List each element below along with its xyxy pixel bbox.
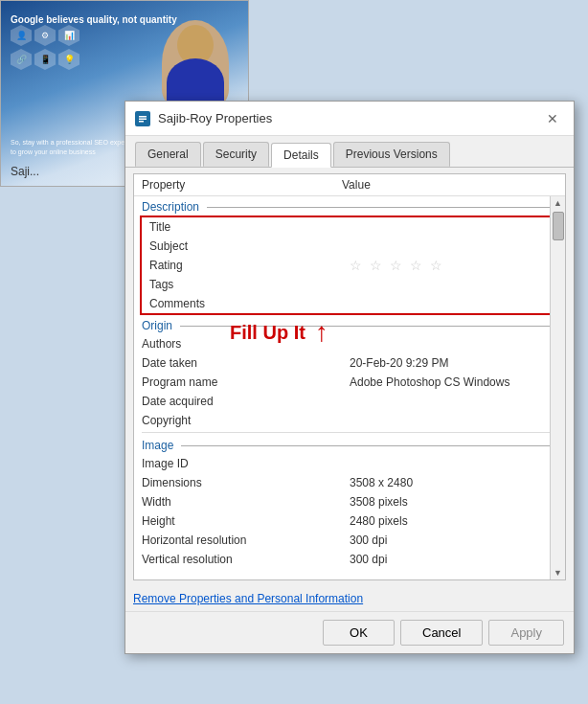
row-v-resolution[interactable]: Vertical resolution 300 dpi: [134, 550, 565, 569]
remove-properties-link[interactable]: Remove Properties and Personal Informati…: [133, 592, 363, 605]
column-headers: Property Value: [134, 174, 565, 196]
section-description: Description: [134, 196, 565, 216]
tab-details[interactable]: Details: [271, 143, 331, 168]
scrollbar-thumb[interactable]: [553, 212, 564, 240]
properties-dialog: Sajib-Roy Properties ✕ General Security …: [124, 101, 575, 654]
hex-icon-1: 👤: [11, 25, 32, 46]
scrollbar[interactable]: ▲ ▼: [550, 196, 565, 579]
divider-image: [142, 432, 557, 433]
section-origin: Origin: [134, 315, 565, 334]
svg-rect-3: [139, 121, 144, 123]
description-fields-box: Title Subject Rating ☆ ☆ ☆ ☆ ☆ Tags Comm…: [140, 216, 559, 315]
row-rating[interactable]: Rating ☆ ☆ ☆ ☆ ☆: [142, 256, 557, 275]
bottom-link-container: Remove Properties and Personal Informati…: [125, 586, 574, 611]
details-content: Property Value Description Title Subject: [133, 173, 566, 580]
row-title[interactable]: Title: [142, 217, 557, 237]
tab-bar: General Security Details Previous Versio…: [125, 136, 574, 168]
thumbnail-filename: Saji...: [11, 165, 39, 178]
scroll-down-button[interactable]: ▼: [552, 566, 565, 579]
scroll-up-button[interactable]: ▲: [552, 196, 565, 210]
svg-rect-1: [139, 116, 147, 118]
dialog-icon: [135, 111, 150, 126]
row-authors[interactable]: Authors: [134, 334, 565, 353]
bg-text2: So, stay with a professional SEO exper..…: [11, 138, 132, 157]
row-comments[interactable]: Comments: [142, 294, 557, 313]
row-image-id[interactable]: Image ID: [134, 454, 565, 473]
section-image: Image: [134, 435, 565, 454]
rating-stars[interactable]: ☆ ☆ ☆ ☆ ☆: [350, 258, 550, 273]
button-row: OK Cancel Apply: [125, 611, 574, 653]
row-dimensions[interactable]: Dimensions 3508 x 2480: [134, 473, 565, 492]
hex-icon-6: 💡: [58, 49, 79, 70]
hex-icon-4: 🔗: [11, 49, 32, 70]
ok-button[interactable]: OK: [323, 620, 395, 646]
row-width[interactable]: Width 3508 pixels: [134, 492, 565, 511]
scroll-area[interactable]: Description Title Subject Rating ☆ ☆ ☆ ☆…: [134, 196, 565, 579]
dialog-title: Sajib-Roy Properties: [158, 111, 541, 125]
titlebar: Sajib-Roy Properties ✕: [125, 102, 574, 136]
row-subject[interactable]: Subject: [142, 237, 557, 256]
row-program-name[interactable]: Program name Adobe Photoshop CS Windows: [134, 373, 565, 392]
person-photo: [162, 20, 229, 106]
cancel-button[interactable]: Cancel: [400, 620, 483, 646]
row-tags[interactable]: Tags: [142, 275, 557, 294]
row-date-taken[interactable]: Date taken 20-Feb-20 9:29 PM: [134, 353, 565, 373]
bg-text1: Google believes quality, not quantity: [11, 14, 177, 25]
row-date-acquired[interactable]: Date acquired: [134, 392, 565, 411]
row-height[interactable]: Height 2480 pixels: [134, 511, 565, 531]
hex-icons-container: 👤 ⚙ 📊 🔗 📱 💡: [11, 25, 97, 70]
close-button[interactable]: ✕: [541, 107, 564, 130]
hex-icon-5: 📱: [34, 49, 56, 70]
tab-general[interactable]: General: [135, 142, 201, 167]
col-header-value: Value: [342, 178, 542, 192]
tab-previous-versions[interactable]: Previous Versions: [333, 142, 450, 167]
hex-icon-2: ⚙: [34, 25, 56, 46]
tab-security[interactable]: Security: [203, 142, 269, 167]
row-h-resolution[interactable]: Horizontal resolution 300 dpi: [134, 531, 565, 550]
hex-icon-3: 📊: [58, 25, 79, 46]
apply-button[interactable]: Apply: [488, 620, 564, 646]
svg-rect-2: [139, 118, 147, 120]
col-header-property: Property: [142, 178, 342, 192]
row-copyright[interactable]: Copyright: [134, 411, 565, 430]
